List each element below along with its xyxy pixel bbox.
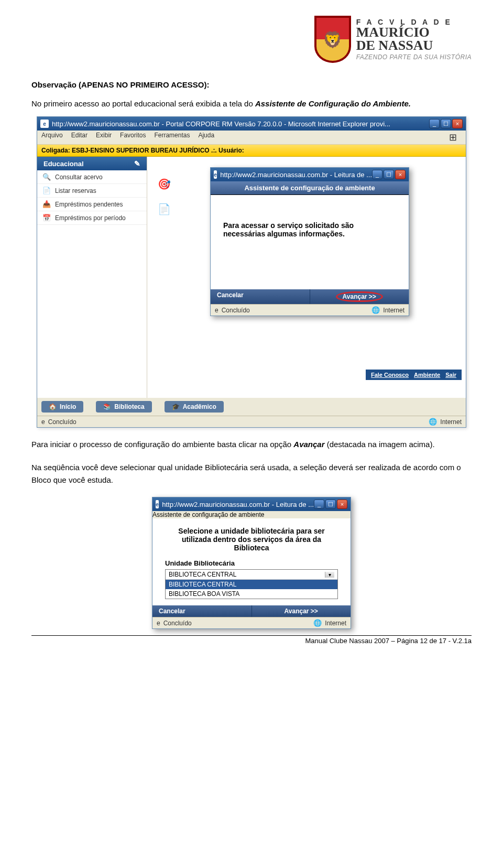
maximize-button[interactable]: ☐ xyxy=(441,119,451,128)
intro-paragraph-1: No primeiro acesso ao portal educacional… xyxy=(31,97,472,110)
popup-body-text: Para acessar o serviço solicitado são ne… xyxy=(211,195,409,289)
popup2-field-label: Unidade Bibliotecária xyxy=(165,559,338,567)
sidebar-item-consultar-acervo[interactable]: 🔍 Consultar acervo xyxy=(37,170,147,184)
popup-title: http://www2.mauricionassau.com.br - Leit… xyxy=(220,171,372,179)
dropdown-selected: BIBLIOTECA CENTRAL xyxy=(169,571,236,578)
ie-icon: e xyxy=(156,500,159,508)
popup-close-button[interactable]: × xyxy=(395,170,406,179)
popup2-next-button[interactable]: Avançar >> xyxy=(252,605,351,617)
windows-flag-icon: ⊞ xyxy=(444,132,462,143)
popup2-status-left: Concluído xyxy=(163,620,192,627)
browser-status-right: Internet xyxy=(440,418,462,426)
menu-arquivo[interactable]: Arquivo xyxy=(41,132,63,143)
content-area: 🎯 📄 e http://www2.mauricionassau.com.br … xyxy=(147,157,466,398)
right-links-bar: Fale Conosco Ambiente Sair xyxy=(366,370,462,380)
close-button[interactable]: × xyxy=(452,119,463,128)
menu-ajuda[interactable]: Ajuda xyxy=(198,132,214,143)
popup-minimize-button[interactable]: _ xyxy=(372,170,382,179)
popup-next-button[interactable]: Avançar >> xyxy=(310,289,409,304)
academic-icon: 🎓 xyxy=(172,403,180,410)
mid-paragraph-2: Na seqüência você deve selecionar qual u… xyxy=(31,461,472,486)
dropdown-option-2[interactable]: BIBLIOTECA BOA VISTA xyxy=(166,589,337,599)
tab-academico[interactable]: 🎓 Acadêmico xyxy=(165,401,224,413)
link-ambiente[interactable]: Ambiente xyxy=(414,372,440,378)
popup-config-window: e http://www2.mauricionassau.com.br - Le… xyxy=(210,167,409,316)
popup2-message: Selecione a unidade bibliotecária para s… xyxy=(165,527,338,552)
globe-icon: 🌐 xyxy=(371,306,380,314)
ie-icon: e xyxy=(41,418,45,426)
popup2-title: http://www2.mauricionassau.com.br - Leit… xyxy=(162,501,314,508)
popup-cancel-button[interactable]: Cancelar xyxy=(211,289,310,304)
ie-icon: e xyxy=(214,170,217,179)
popup-status-left: Concluído xyxy=(222,307,250,314)
logo-block: 🦁 F A C V L D A D E MAURÍCIO DE NASSAU F… xyxy=(314,16,472,63)
popup2-cancel-button[interactable]: Cancelar xyxy=(152,605,252,617)
ie-icon: e xyxy=(215,307,218,314)
pencil-icon: ✎ xyxy=(134,159,140,168)
tab-inicio[interactable]: 🏠 Início xyxy=(41,401,83,413)
popup2-minimize-button[interactable]: _ xyxy=(314,500,324,509)
page-footer: Manual Clube Nassau 2007 – Página 12 de … xyxy=(31,635,472,645)
sidebar-item-listar-reservas[interactable]: 📄 Listar reservas xyxy=(37,184,147,198)
browser-status-left: Concluído xyxy=(48,418,76,426)
popup-status-right: Internet xyxy=(383,307,404,314)
link-fale-conosco[interactable]: Fale Conosco xyxy=(371,372,409,378)
menu-favoritos[interactable]: Favoritos xyxy=(120,132,146,143)
mid-paragraph-1: Para iniciar o processo de configuração … xyxy=(31,438,472,451)
titlebar: e http://www2.mauricionassau.com.br - Po… xyxy=(37,117,466,131)
dropdown-option-1[interactable]: BIBLIOTECA CENTRAL xyxy=(166,580,337,589)
menubar: Arquivo Editar Exibir Favoritos Ferramen… xyxy=(37,131,466,145)
shield-logo-icon: 🦁 xyxy=(314,16,351,63)
menu-exibir[interactable]: Exibir xyxy=(96,132,112,143)
search-icon: 🔍 xyxy=(42,173,51,181)
main-area: Educacional ✎ 🔍 Consultar acervo 📄 Lista… xyxy=(37,157,466,398)
popup2-status-right: Internet xyxy=(325,620,346,627)
logo-header: 🦁 F A C V L D A D E MAURÍCIO DE NASSAU F… xyxy=(31,16,472,63)
popup-maximize-button[interactable]: ☐ xyxy=(384,170,394,179)
popup-titlebar: e http://www2.mauricionassau.com.br - Le… xyxy=(211,168,409,181)
calendar-icon: 📅 xyxy=(42,214,51,222)
home-icon: 🏠 xyxy=(49,403,57,410)
window-title: http://www2.mauricionassau.com.br - Port… xyxy=(52,120,390,128)
unit-dropdown[interactable]: BIBLIOTECA CENTRAL ▾ BIBLIOTECA CENTRAL … xyxy=(165,569,338,599)
popup2-titlebar: e http://www2.mauricionassau.com.br - Le… xyxy=(152,497,351,511)
list-icon: 📄 xyxy=(42,187,51,194)
sidebar-item-emprestimos-pendentes[interactable]: 📥 Empréstimos pendentes xyxy=(37,198,147,211)
sidebar-item-emprestimos-periodo[interactable]: 📅 Empréstimos por período xyxy=(37,211,147,225)
chevron-down-icon[interactable]: ▾ xyxy=(325,572,334,578)
logo-main2: DE NASSAU xyxy=(356,39,472,52)
minimize-button[interactable]: _ xyxy=(429,119,440,128)
ie-icon: e xyxy=(40,120,49,128)
browser-window: e http://www2.mauricionassau.com.br - Po… xyxy=(37,116,466,428)
ie-icon: e xyxy=(157,620,160,627)
intro-heading: Observação (APENAS NO PRIMEIRO ACESSO): xyxy=(31,79,472,91)
inbox-icon: 📥 xyxy=(42,200,51,208)
logo-tagline: FAZENDO PARTE DA SUA HISTÓRIA xyxy=(356,53,472,61)
bottom-tab-bar: 🏠 Início 📚 Biblioteca 🎓 Acadêmico xyxy=(37,398,466,416)
coligada-bar: Coligada: ESBJ-ENSINO SUPERIOR BUREAU JU… xyxy=(37,145,466,157)
globe-icon: 🌐 xyxy=(313,619,322,627)
popup-heading: Assistente de configuração de ambiente xyxy=(211,181,409,195)
sidebar: Educacional ✎ 🔍 Consultar acervo 📄 Lista… xyxy=(37,157,147,398)
globe-icon: 🌐 xyxy=(429,418,437,426)
sidebar-header[interactable]: Educacional ✎ xyxy=(37,157,147,170)
tab-biblioteca[interactable]: 📚 Biblioteca xyxy=(96,401,151,413)
menu-editar[interactable]: Editar xyxy=(71,132,88,143)
popup2-close-button[interactable]: × xyxy=(337,500,347,509)
book-icon: 📚 xyxy=(103,403,111,410)
popup2-maximize-button[interactable]: ☐ xyxy=(325,500,336,509)
footer-text: Manual Clube Nassau 2007 – Página 12 de … xyxy=(31,637,472,645)
menu-ferramentas[interactable]: Ferramentas xyxy=(154,132,190,143)
highlight-circle: Avançar >> xyxy=(336,291,383,302)
popup2-window: e http://www2.mauricionassau.com.br - Le… xyxy=(152,497,351,629)
popup2-heading: Assistente de configuração de ambiente xyxy=(152,511,351,518)
link-sair[interactable]: Sair xyxy=(445,372,456,378)
